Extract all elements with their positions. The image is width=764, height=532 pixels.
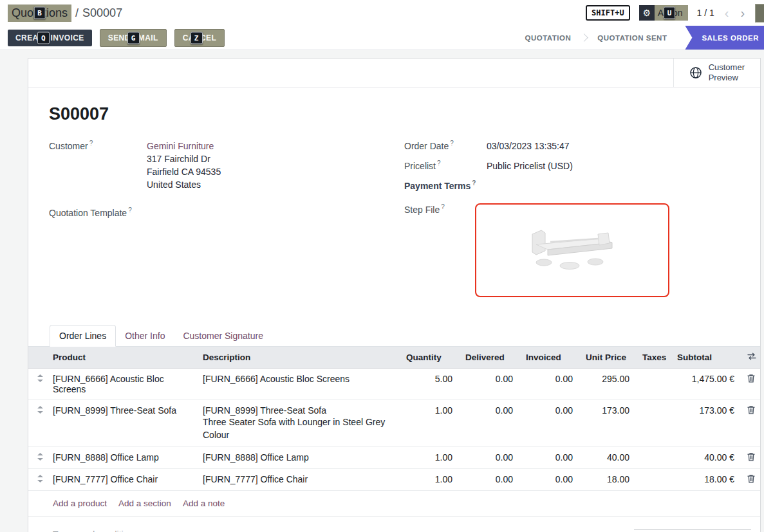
cell-product[interactable]: [FURN_8999] Three-Seat Sofa bbox=[51, 400, 201, 447]
customer-preview-button[interactable]: Customer Preview bbox=[673, 59, 760, 87]
table-row[interactable]: [FURN_8999] Three-Seat Sofa [FURN_8999] … bbox=[28, 400, 760, 447]
delete-line-button[interactable] bbox=[741, 469, 760, 491]
kbd-hint-breadcrumb: B bbox=[33, 7, 46, 19]
cell-description[interactable]: [FURN_8999] Three-Seat Sofa Three Seater… bbox=[201, 400, 400, 447]
order-date-value[interactable]: 03/03/2023 13:35:47 bbox=[487, 140, 569, 152]
line-add-links: Add a product Add a section Add a note bbox=[28, 491, 760, 517]
total-block: Total: 1,706.00 € bbox=[634, 529, 751, 532]
cell-invoiced[interactable]: 0.00 bbox=[519, 469, 579, 491]
topbar-right-cluster: SHIFT+U ⚙ Action U 1 / 1 ‹ › C bbox=[586, 4, 764, 23]
delete-line-button[interactable] bbox=[741, 400, 760, 447]
status-step-sales-order[interactable]: SALES ORDER bbox=[685, 26, 764, 50]
pager-previous-icon[interactable]: ‹ bbox=[723, 6, 731, 19]
gear-icon: ⚙ bbox=[639, 5, 655, 21]
step-file-label: Step File? bbox=[404, 203, 487, 297]
pager-count: 1 / 1 bbox=[697, 8, 714, 18]
sheet-top-strip: Customer Preview bbox=[28, 59, 760, 87]
column-subtotal: Subtotal bbox=[671, 347, 741, 369]
table-row[interactable]: [FURN_8888] Office Lamp [FURN_8888] Offi… bbox=[28, 447, 760, 469]
cell-quantity[interactable]: 1.00 bbox=[400, 447, 459, 469]
action-menu-label: Action U bbox=[655, 6, 688, 20]
customer-preview-label: Customer Preview bbox=[709, 62, 745, 83]
cell-delivered[interactable]: 0.00 bbox=[459, 469, 519, 491]
customer-link[interactable]: Gemini Furniture bbox=[147, 141, 214, 151]
pricelist-value[interactable]: Public Pricelist (USD) bbox=[487, 160, 573, 172]
cell-quantity[interactable]: 5.00 bbox=[400, 369, 459, 400]
drag-handle-icon[interactable] bbox=[28, 369, 51, 400]
cell-unit-price[interactable]: 173.00 bbox=[579, 400, 636, 447]
cell-product[interactable]: [FURN_7777] Office Chair bbox=[51, 469, 201, 491]
drag-handle-icon[interactable] bbox=[28, 469, 51, 491]
delete-line-button[interactable] bbox=[741, 369, 760, 400]
cell-unit-price[interactable]: 295.00 bbox=[579, 369, 636, 400]
cancel-button[interactable]: CANCEL Z bbox=[174, 29, 225, 47]
optional-columns-button[interactable] bbox=[741, 347, 760, 369]
cell-taxes[interactable] bbox=[636, 469, 671, 491]
cell-delivered[interactable]: 0.00 bbox=[459, 400, 519, 447]
delete-line-button[interactable] bbox=[741, 447, 760, 469]
payment-terms-label: Payment Terms? bbox=[404, 179, 487, 194]
help-icon: ? bbox=[89, 140, 93, 147]
create-invoice-button[interactable]: CREATE INVOICE Q bbox=[8, 30, 92, 46]
customer-address: 317 Fairchild Dr Fairfield CA 94535 Unit… bbox=[147, 152, 221, 191]
cell-delivered[interactable]: 0.00 bbox=[459, 447, 519, 469]
column-quantity: Quantity bbox=[400, 347, 459, 369]
terms-placeholder[interactable]: Terms and conditions... bbox=[53, 529, 145, 532]
breadcrumb-separator: / bbox=[75, 6, 79, 20]
cell-description[interactable]: [FURN_6666] Acoustic Bloc Screens bbox=[201, 369, 400, 400]
trash-icon bbox=[747, 452, 755, 461]
pricelist-label: Pricelist? bbox=[404, 160, 487, 172]
cell-quantity[interactable]: 1.00 bbox=[400, 469, 459, 491]
cell-product[interactable]: [FURN_6666] Acoustic Bloc Screens bbox=[51, 369, 201, 400]
kbd-hint-cancel: Z bbox=[191, 32, 203, 44]
tab-order-lines[interactable]: Order Lines bbox=[50, 325, 116, 347]
table-row[interactable]: [FURN_6666] Acoustic Bloc Screens [FURN_… bbox=[28, 369, 760, 400]
cell-product[interactable]: [FURN_8888] Office Lamp bbox=[51, 447, 201, 469]
kbd-hint-edge-partial: C bbox=[755, 4, 764, 23]
quotation-template-input[interactable] bbox=[147, 206, 250, 218]
form-fields: Customer? Gemini Furniture 317 Fairchild… bbox=[28, 140, 760, 304]
content-background: Customer Preview S00007 Customer? Gemini… bbox=[0, 50, 764, 532]
table-header-row: Product Description Quantity Delivered I… bbox=[28, 347, 760, 369]
cell-invoiced[interactable]: 0.00 bbox=[519, 369, 579, 400]
trash-icon bbox=[747, 374, 755, 383]
cell-description[interactable]: [FURN_7777] Office Chair bbox=[201, 469, 400, 491]
cell-delivered[interactable]: 0.00 bbox=[459, 369, 519, 400]
payment-terms-input[interactable] bbox=[487, 179, 590, 191]
send-email-button[interactable]: SEND EMAIL G bbox=[100, 29, 167, 47]
cell-invoiced[interactable]: 0.00 bbox=[519, 447, 579, 469]
drag-handle-icon[interactable] bbox=[28, 447, 51, 469]
column-unit-price: Unit Price bbox=[579, 347, 636, 369]
tab-other-info[interactable]: Other Info bbox=[116, 326, 174, 346]
help-icon: ? bbox=[128, 206, 132, 214]
column-taxes: Taxes bbox=[636, 347, 671, 369]
drag-handle-icon[interactable] bbox=[28, 400, 51, 447]
order-date-label: Order Date? bbox=[404, 140, 487, 152]
column-delivered: Delivered bbox=[459, 347, 519, 369]
breadcrumb: Quotations B / S00007 bbox=[8, 5, 122, 22]
add-note-link[interactable]: Add a note bbox=[183, 499, 225, 508]
add-section-link[interactable]: Add a section bbox=[118, 499, 171, 508]
sheet-footer: Terms and conditions... Total: 1,706.00 … bbox=[28, 517, 760, 532]
table-row[interactable]: [FURN_7777] Office Chair [FURN_7777] Off… bbox=[28, 469, 760, 491]
breadcrumb-quotations-link[interactable]: Quotations B bbox=[8, 5, 71, 22]
cell-quantity[interactable]: 1.00 bbox=[400, 400, 459, 447]
status-step-quotation-sent[interactable]: QUOTATION SENT bbox=[586, 34, 678, 42]
status-step-quotation[interactable]: QUOTATION bbox=[513, 34, 582, 42]
cell-subtotal: 18.00 € bbox=[671, 469, 741, 491]
step-file-image[interactable] bbox=[475, 203, 669, 297]
action-menu-button[interactable]: ⚙ Action U bbox=[639, 5, 688, 21]
handle-column-header bbox=[28, 347, 51, 369]
pager-next-icon[interactable]: › bbox=[740, 6, 747, 19]
step-file-3d-preview bbox=[521, 221, 624, 279]
cell-taxes[interactable] bbox=[636, 369, 671, 400]
cell-unit-price[interactable]: 18.00 bbox=[579, 469, 636, 491]
cell-unit-price[interactable]: 40.00 bbox=[579, 447, 636, 469]
help-icon: ? bbox=[437, 160, 441, 167]
cell-invoiced[interactable]: 0.00 bbox=[519, 400, 579, 447]
cell-taxes[interactable] bbox=[636, 447, 671, 469]
add-product-link[interactable]: Add a product bbox=[53, 499, 107, 508]
cell-taxes[interactable] bbox=[636, 400, 671, 447]
tab-customer-signature[interactable]: Customer Signature bbox=[174, 326, 272, 346]
cell-description[interactable]: [FURN_8888] Office Lamp bbox=[201, 447, 400, 469]
